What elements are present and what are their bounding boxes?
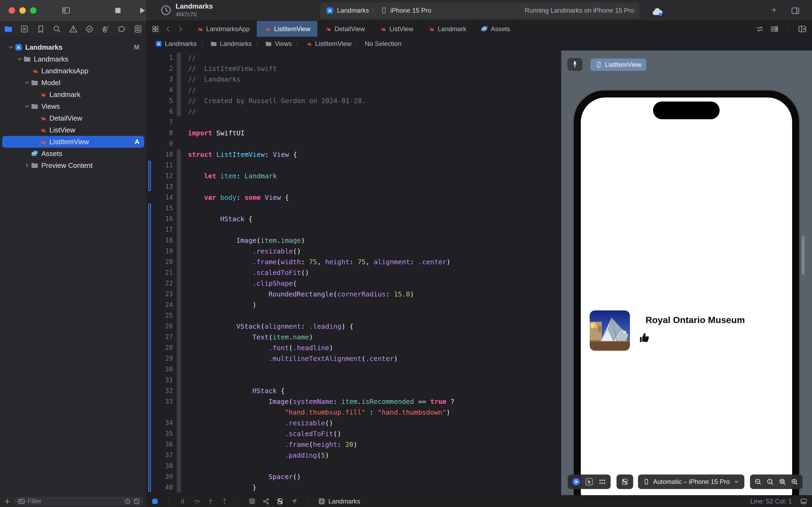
breadcrumb-item[interactable]: Landmarks	[155, 40, 197, 48]
code-line[interactable]: 38	[147, 460, 561, 471]
tab-ListView[interactable]: ListView	[372, 21, 420, 37]
code-line[interactable]: 3// Landmarks	[147, 74, 561, 84]
back-chevron-icon[interactable]	[164, 25, 172, 33]
canvas-scrollbar[interactable]	[802, 236, 805, 275]
editor-overview-icon[interactable]	[152, 25, 160, 33]
breadcrumb-item[interactable]: Views	[265, 40, 292, 48]
code-line[interactable]: 19.resizable()	[147, 246, 561, 257]
debug-spray-icon[interactable]	[101, 24, 110, 34]
tests-icon[interactable]	[85, 24, 94, 34]
code-line[interactable]: 40}	[147, 482, 561, 493]
cloud-icon[interactable]	[651, 5, 664, 18]
code-line[interactable]: 14var body: some View {	[147, 192, 561, 203]
code-line[interactable]: 28.font(.headline)	[147, 342, 561, 353]
code-line[interactable]: 34.resizable()	[147, 417, 561, 428]
preview-settings-button[interactable]	[617, 474, 633, 489]
disclosure-down-icon[interactable]	[16, 56, 23, 63]
code-line[interactable]: 6//	[147, 106, 561, 117]
zoom-actual-icon[interactable]: 1	[766, 477, 774, 486]
code-line[interactable]: 11	[147, 160, 561, 171]
preview-device-selector[interactable]: Automatic – iPhone 15 Pro	[638, 474, 744, 489]
forward-chevron-icon[interactable]	[177, 25, 184, 33]
variants-grid-icon[interactable]	[598, 477, 607, 486]
sidebar-item-DetailView[interactable]: DetailView	[2, 112, 144, 124]
sidebar-item-Landmark[interactable]: Landmark	[2, 89, 144, 101]
add-file-icon[interactable]	[3, 497, 11, 505]
disclosure-down-icon[interactable]	[23, 79, 31, 86]
editor-panel-icon[interactable]	[800, 497, 808, 505]
source-editor[interactable]: 1//2// ListItemView.swift3// Landmarks4/…	[147, 51, 561, 495]
disclosure-down-icon[interactable]	[23, 103, 31, 110]
breakpoints-icon[interactable]	[117, 24, 126, 34]
code-line[interactable]: 9	[147, 138, 561, 149]
minimap-icon[interactable]	[770, 24, 779, 34]
selectable-icon[interactable]	[585, 477, 594, 486]
code-line[interactable]: 8import SwiftUI	[147, 127, 561, 138]
minimize-traffic-light[interactable]	[19, 7, 26, 14]
sidebar-item-ListView[interactable]: ListView	[2, 124, 144, 136]
stop-icon[interactable]	[113, 6, 122, 15]
code-line[interactable]: 10struct ListItemView: View {	[147, 149, 561, 160]
source-control-icon[interactable]	[20, 24, 29, 34]
breadcrumb-item[interactable]: ListItemView	[305, 40, 351, 48]
filter-flags-icon[interactable]	[133, 498, 140, 505]
code-line[interactable]: 22.clipShape(	[147, 278, 561, 289]
code-line[interactable]: 24)	[147, 299, 561, 310]
code-line[interactable]: 2// ListItemView.swift	[147, 63, 561, 74]
code-line[interactable]: 15	[147, 203, 561, 214]
code-line[interactable]: 25	[147, 310, 561, 321]
sidebar-left-icon[interactable]	[61, 6, 71, 15]
code-line[interactable]: 32HStack {	[147, 385, 561, 396]
sidebar-item-Model[interactable]: Model	[2, 77, 144, 89]
sidebar-item-Landmarks[interactable]: Landmarks	[2, 53, 144, 65]
overrides-icon[interactable]	[276, 497, 284, 505]
code-line[interactable]: 7	[147, 117, 561, 127]
bookmark-icon[interactable]	[36, 24, 45, 34]
disclosure-down-icon[interactable]	[7, 44, 14, 51]
sidebar-item-Preview-Content[interactable]: Preview Content	[2, 160, 144, 171]
disclosure-right-icon[interactable]	[23, 162, 31, 169]
memory-graph-icon[interactable]	[262, 497, 270, 505]
panel-right-icon[interactable]	[791, 6, 800, 15]
play-circle-icon[interactable]	[572, 477, 581, 486]
code-line[interactable]: 39Spacer()	[147, 471, 561, 482]
recent-files-clock-icon[interactable]	[124, 498, 131, 505]
add-editor-icon[interactable]	[798, 24, 807, 34]
step-out-icon[interactable]	[221, 497, 229, 505]
zoom-fit-icon[interactable]	[778, 477, 787, 486]
code-line[interactable]: 18Image(item.image)	[147, 235, 561, 246]
code-line[interactable]: 27Text(item.name)	[147, 332, 561, 342]
code-line[interactable]: 33Image(systemName: item.isRecommended =…	[147, 396, 561, 407]
breadcrumb-item[interactable]: No Selection	[365, 40, 401, 48]
code-line[interactable]: 31	[147, 375, 561, 385]
zoom-traffic-light[interactable]	[30, 7, 37, 14]
project-navigator-icon[interactable]	[4, 24, 13, 34]
plus-icon[interactable]	[770, 6, 778, 14]
location-icon[interactable]	[290, 497, 298, 505]
reports-icon[interactable]	[133, 24, 142, 34]
tab-LandmarksApp[interactable]: LandmarksApp	[189, 21, 257, 37]
sidebar-item-Landmarks[interactable]: LandmarksM	[2, 41, 144, 53]
pin-preview-button[interactable]	[567, 58, 582, 71]
code-line[interactable]: 12let item: Landmark	[147, 171, 561, 181]
hierarchy-icon[interactable]	[248, 497, 256, 505]
code-line[interactable]: 16HStack {	[147, 214, 561, 224]
tab-Landmark[interactable]: Landmark	[420, 21, 474, 37]
tab-DetailView[interactable]: DetailView	[317, 21, 372, 37]
sidebar-item-ListItemView[interactable]: ListItemViewA	[2, 136, 144, 148]
zoom-in-icon[interactable]	[790, 477, 799, 486]
code-line[interactable]: "hand.thumbsup.fill" : "hand.thumbsdown"…	[147, 407, 561, 417]
code-line[interactable]: 17	[147, 224, 561, 235]
code-line[interactable]: 30	[147, 364, 561, 375]
code-line[interactable]: 20.frame(width: 75, height: 75, alignmen…	[147, 257, 561, 267]
code-line[interactable]: 29.multilineTextAlignment(.center)	[147, 353, 561, 364]
app-mini-gray-icon[interactable]	[317, 497, 326, 505]
close-traffic-light[interactable]	[9, 7, 15, 14]
code-line[interactable]: 23RoundedRectangle(cornerRadius: 15.0)	[147, 289, 561, 299]
filter-field[interactable]: Filter	[14, 497, 143, 506]
breakpoints-fill-icon[interactable]	[151, 497, 159, 505]
zoom-out-icon[interactable]	[754, 477, 762, 486]
code-line[interactable]: 21.scaledToFit()	[147, 267, 561, 278]
code-line[interactable]: 13	[147, 181, 561, 192]
run-destination[interactable]: iPhone 15 Pro	[391, 7, 431, 14]
